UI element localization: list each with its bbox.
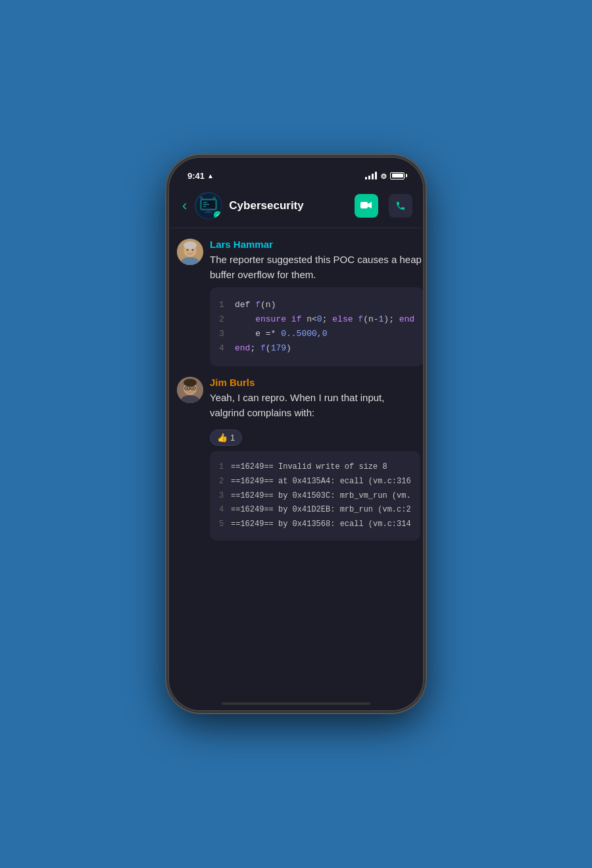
svg-point-16	[187, 249, 189, 251]
phone-frame: 9:41 ▲ ⌾ ‹	[168, 157, 424, 711]
phone-call-button[interactable]	[389, 194, 412, 218]
volume-up-button[interactable]	[168, 237, 169, 258]
phone-icon	[395, 201, 406, 211]
message-text-lars: The reporter suggested this POC causes a…	[210, 253, 423, 282]
svg-rect-7	[207, 210, 210, 212]
terminal-line-1: 1 ==16249== Invalid write of size 8	[219, 460, 411, 475]
code-line-1: 1 def f(n)	[219, 298, 414, 312]
status-bar: 9:41 ▲ ⌾	[169, 158, 423, 187]
terminal-block-jim: 1 ==16249== Invalid write of size 8 2 ==…	[210, 451, 420, 541]
status-icons: ⌾	[365, 170, 405, 181]
line-number: 1	[219, 298, 227, 312]
message-content-lars: Lars Hammar The reporter suggested this …	[210, 239, 423, 366]
signal-bar-3	[372, 174, 374, 180]
group-avatar: _ 01 10 ✓	[195, 192, 222, 220]
code-line-4: 4 end; f(179)	[219, 341, 414, 356]
code-content: end; f(179)	[235, 341, 291, 356]
svg-rect-11	[360, 202, 368, 208]
status-time: 9:41 ▲	[187, 171, 214, 181]
reaction-emoji: 👍	[217, 433, 228, 443]
svg-text:10: 10	[212, 196, 216, 199]
svg-point-26	[186, 388, 187, 389]
svg-point-15	[184, 241, 197, 249]
terminal-line-2: 2 ==16249== at 0x4135A4: ecall (vm.c:316	[219, 475, 411, 489]
back-button[interactable]: ‹	[180, 195, 189, 217]
scroll-indicator	[222, 702, 370, 705]
svg-marker-12	[368, 202, 372, 208]
line-number: 3	[219, 327, 227, 341]
svg-text:01: 01	[200, 196, 203, 199]
code-line-3: 3 e =* 0..5000,0	[219, 327, 414, 341]
video-call-button[interactable]	[355, 194, 378, 218]
username-lars: Lars Hammar	[210, 239, 423, 250]
phone-screen: 9:41 ▲ ⌾ ‹	[169, 158, 423, 710]
svg-point-17	[192, 249, 194, 251]
terminal-line-3: 3 ==16249== by 0x41503C: mrb_vm_run (vm.	[219, 489, 411, 504]
terminal-line-5: 5 ==16249== by 0x413568: ecall (vm.c:314	[219, 518, 411, 532]
svg-rect-8	[205, 212, 212, 213]
signal-bar-2	[368, 176, 370, 180]
chat-title: Cybersecurity	[229, 199, 355, 212]
message-group-jim: Jim Burls Yeah, I can repro. When I run …	[177, 377, 415, 541]
reaction-count: 1	[230, 433, 235, 443]
avatar-lars-image	[177, 239, 203, 265]
video-camera-icon	[360, 201, 372, 210]
reaction-badge[interactable]: 👍 1	[210, 429, 242, 446]
code-line-2: 2 ensure if n<0; else f(n-1); end	[219, 312, 414, 327]
username-jim: Jim Burls	[210, 377, 420, 388]
signal-strength-icon	[365, 172, 377, 180]
battery-icon	[390, 172, 405, 180]
t-line-content: ==16249== at 0x4135A4: ecall (vm.c:316	[231, 475, 411, 489]
t-line-num: 5	[219, 518, 226, 532]
chat-messages: Lars Hammar The reporter suggested this …	[169, 228, 423, 700]
verified-badge: ✓	[213, 210, 222, 220]
avatar-lars	[177, 239, 203, 265]
volume-down-button[interactable]	[168, 266, 169, 287]
avatar-jim	[177, 377, 203, 403]
code-content: ensure if n<0; else f(n-1); end	[235, 312, 414, 327]
t-line-num: 4	[219, 503, 226, 518]
signal-bar-1	[365, 177, 367, 180]
terminal-line-4: 4 ==16249== by 0x41D2EB: mrb_run (vm.c:2	[219, 503, 411, 518]
time-display: 9:41	[187, 171, 205, 181]
wifi-icon: ⌾	[381, 170, 386, 181]
t-line-content: ==16249== Invalid write of size 8	[231, 460, 387, 475]
t-line-num: 3	[219, 489, 226, 504]
t-line-num: 1	[219, 460, 226, 475]
location-arrow-icon: ▲	[207, 172, 214, 180]
svg-point-27	[192, 388, 193, 389]
t-line-content: ==16249== by 0x413568: ecall (vm.c:314	[231, 518, 411, 532]
code-content: def f(n)	[235, 298, 276, 312]
avatar-jim-image	[177, 377, 203, 403]
signal-bar-4	[375, 172, 377, 180]
header-actions	[355, 194, 412, 218]
svg-point-21	[184, 379, 197, 387]
silent-switch[interactable]	[168, 296, 169, 317]
battery-fill	[392, 174, 403, 178]
code-content: e =* 0..5000,0	[235, 327, 327, 341]
line-number: 4	[219, 341, 227, 356]
code-block-lars: 1 def f(n) 2 ensure if n<0; else f(n-1);…	[210, 287, 423, 366]
header-info: Cybersecurity	[229, 199, 355, 212]
line-number: 2	[219, 312, 227, 327]
chat-header: ‹ _	[169, 187, 423, 228]
t-line-content: ==16249== by 0x41503C: mrb_vm_run (vm.	[231, 489, 411, 504]
message-text-jim: Yeah, I can repro. When I run that input…	[210, 391, 420, 420]
power-button[interactable]	[423, 263, 424, 302]
message-group-lars: Lars Hammar The reporter suggested this …	[177, 239, 415, 366]
t-line-num: 2	[219, 475, 226, 489]
t-line-content: ==16249== by 0x41D2EB: mrb_run (vm.c:2	[231, 503, 411, 518]
message-content-jim: Jim Burls Yeah, I can repro. When I run …	[210, 377, 420, 541]
